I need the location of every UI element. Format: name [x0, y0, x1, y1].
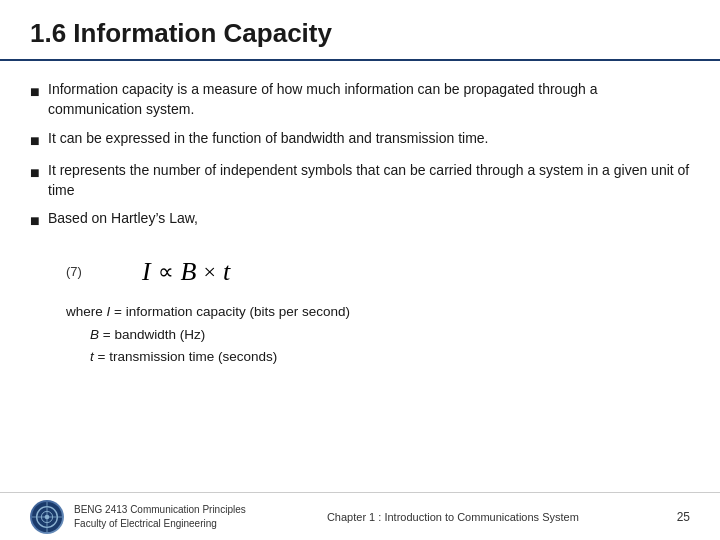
formula-expression: I ∝ B × t: [142, 257, 230, 287]
where-b-desc: = bandwidth (Hz): [103, 327, 205, 342]
formula-row: (7) I ∝ B × t: [66, 257, 690, 287]
where-b-var: B: [90, 327, 99, 342]
bullet-dot-2: ■: [30, 129, 48, 152]
slide-header: 1.6 Information Capacity: [0, 0, 720, 61]
formula-b: B: [181, 257, 197, 287]
slide-footer: BENG 2413 Communication Principles Facul…: [0, 492, 720, 540]
list-item: ■ It can be expressed in the function of…: [30, 128, 690, 152]
footer-chapter: Chapter 1 : Introduction to Communicatio…: [246, 511, 660, 523]
footer-left: BENG 2413 Communication Principles Facul…: [30, 500, 246, 534]
formula-label: (7): [66, 264, 82, 279]
footer-institution: BENG 2413 Communication Principles Facul…: [74, 503, 246, 531]
where-section: where I = information capacity (bits per…: [66, 301, 690, 370]
bullet-dot-3: ■: [30, 161, 48, 184]
list-item: ■ Information capacity is a measure of h…: [30, 79, 690, 120]
where-i-var: I: [107, 304, 111, 319]
bullet-dot-1: ■: [30, 80, 48, 103]
bullet-list: ■ Information capacity is a measure of h…: [30, 79, 690, 241]
footer-page-number: 25: [660, 510, 690, 524]
formula-times: ×: [203, 259, 215, 285]
bullet-text-4: Based on Hartley’s Law,: [48, 208, 198, 228]
list-item: ■ Based on Hartley’s Law,: [30, 208, 690, 232]
where-b: B = bandwidth (Hz): [90, 324, 690, 347]
where-t-desc: = transmission time (seconds): [98, 349, 278, 364]
list-item: ■ It represents the number of independen…: [30, 160, 690, 201]
where-i-desc: = information capacity (bits per second): [114, 304, 350, 319]
slide: 1.6 Information Capacity ■ Information c…: [0, 0, 720, 540]
formula-i: I: [142, 257, 151, 287]
where-t-var: t: [90, 349, 94, 364]
where-i: where I = information capacity (bits per…: [66, 301, 690, 324]
slide-content: ■ Information capacity is a measure of h…: [0, 61, 720, 492]
bullet-text-1: Information capacity is a measure of how…: [48, 79, 690, 120]
footer-course: BENG 2413 Communication Principles: [74, 503, 246, 517]
slide-title: 1.6 Information Capacity: [30, 18, 690, 49]
logo-svg: [31, 501, 63, 533]
bullet-dot-4: ■: [30, 209, 48, 232]
university-logo: [30, 500, 64, 534]
where-intro: where: [66, 304, 103, 319]
footer-faculty: Faculty of Electrical Engineering: [74, 517, 246, 531]
formula-t: t: [223, 257, 230, 287]
bullet-text-3: It represents the number of independent …: [48, 160, 690, 201]
formula-proportional: ∝: [158, 259, 174, 285]
where-t: t = transmission time (seconds): [90, 346, 690, 369]
bullet-text-2: It can be expressed in the function of b…: [48, 128, 488, 148]
